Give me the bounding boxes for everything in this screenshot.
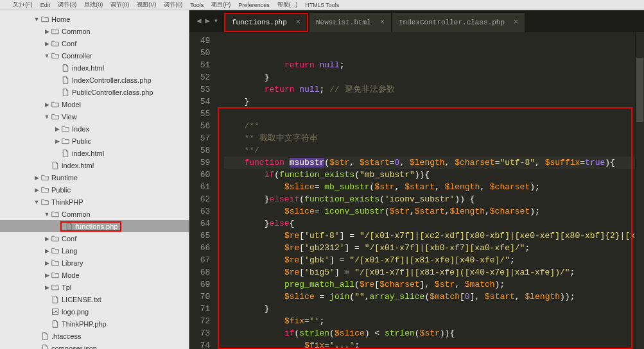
tree-file-functions.php[interactable]: functions.php <box>0 220 189 232</box>
tabbar[interactable]: ◀ ▶ ▾ functions.php×NewsList.html×IndexC… <box>189 10 644 32</box>
tree-folder-Mode[interactable]: ▶Mode <box>0 269 189 281</box>
tree-file-IndexController.class.php[interactable]: IndexController.class.php <box>0 74 189 86</box>
expand-arrow-icon[interactable]: ▶ <box>44 235 50 242</box>
tree-folder-ThinkPHP[interactable]: ▼ThinkPHP <box>0 196 189 208</box>
tree-folder-Public[interactable]: ▶Public <box>0 183 189 196</box>
minimap[interactable] <box>635 32 644 349</box>
close-icon[interactable]: × <box>514 18 518 27</box>
code-line[interactable]: $slice= iconv_substr($str,$start,$length… <box>224 205 635 217</box>
code-line[interactable]: /** <box>224 120 635 132</box>
tab-NewsList.html[interactable]: NewsList.html× <box>309 13 391 32</box>
menu-item[interactable]: Edit <box>40 2 51 8</box>
code-line[interactable]: function msubstr($str, $start=0, $length… <box>224 157 635 169</box>
tree-folder-Model[interactable]: ▶Model <box>0 98 189 110</box>
tree-file-LICENSE.txt[interactable]: LICENSE.txt <box>0 293 189 305</box>
expand-arrow-icon[interactable]: ▶ <box>44 28 50 35</box>
expand-arrow-icon[interactable]: ▶ <box>44 272 50 278</box>
expand-arrow-icon[interactable]: ▶ <box>54 138 60 144</box>
file-icon <box>50 162 60 169</box>
code-line[interactable]: $slice= mb_substr($str, $start, $length,… <box>224 181 635 193</box>
tree-file-ThinkPHP.php[interactable]: ThinkPHP.php <box>0 318 189 330</box>
code-line[interactable]: preg_match_all($re[$charset], $str, $mat… <box>224 278 635 291</box>
tree-folder-Conf[interactable]: ▶Conf <box>0 232 189 244</box>
tree-file-index.html[interactable]: index.html <box>0 147 189 159</box>
expand-arrow-icon[interactable]: ▶ <box>44 101 50 108</box>
menu-item[interactable]: 调节(0) <box>110 1 129 9</box>
tab-IndexController.class.php[interactable]: IndexController.class.php× <box>392 13 525 32</box>
expand-arrow-icon[interactable]: ▼ <box>33 199 40 205</box>
code-line[interactable] <box>224 108 635 120</box>
tree-file-logo.png[interactable]: logo.png <box>0 305 189 318</box>
code-line[interactable]: }elseif(function_exists('iconv_substr'))… <box>224 193 635 205</box>
tree-folder-Conf[interactable]: ▶Conf <box>0 37 189 49</box>
code-line[interactable]: }else{ <box>224 217 635 230</box>
close-icon[interactable]: × <box>296 18 300 27</box>
menu-item[interactable]: 项目(P) <box>211 1 231 9</box>
expand-arrow-icon[interactable]: ▼ <box>44 211 50 217</box>
code-line[interactable]: $re['gbk'] = "/[x01-x7f]|[x81-xfe][x40-x… <box>224 254 635 266</box>
code-area[interactable]: 4950515253545556575859606162636465666768… <box>189 32 644 349</box>
tree-folder-Controller[interactable]: ▼Controller <box>0 49 189 62</box>
code[interactable]: return null; } return null; // 避免非法参数 } … <box>215 32 635 349</box>
tree-file-composer.json[interactable]: composer.json <box>0 342 189 349</box>
tree-folder-Common[interactable]: ▼Common <box>0 208 189 220</box>
code-line[interactable]: if(function_exists("mb_substr")){ <box>224 169 635 181</box>
tree-folder-Index[interactable]: ▶Index <box>0 123 189 135</box>
tree-folder-Runtime[interactable]: ▶Runtime <box>0 171 189 183</box>
expand-arrow-icon[interactable]: ▶ <box>44 284 50 291</box>
code-line[interactable]: } <box>224 303 635 315</box>
menu-item[interactable]: 旦找(0) <box>84 1 103 9</box>
tree-file-.htaccess[interactable]: .htaccess <box>0 330 189 342</box>
code-line[interactable]: } <box>224 96 635 108</box>
expand-arrow-icon[interactable]: ▶ <box>44 40 50 47</box>
expand-arrow-icon[interactable]: ▼ <box>33 16 40 22</box>
code-line[interactable]: **/ <box>224 144 635 157</box>
code-line[interactable]: $slice = join("",array_slice($match[0], … <box>224 291 635 303</box>
menu-item[interactable]: Tools <box>190 2 204 8</box>
expand-arrow-icon[interactable]: ▶ <box>44 248 50 254</box>
menu-item[interactable]: 视图(V) <box>137 1 156 9</box>
tab-functions.php[interactable]: functions.php× <box>224 13 308 32</box>
tab-menu-icon[interactable]: ▾ <box>214 16 218 26</box>
code-line[interactable]: $fix=''; <box>224 315 635 327</box>
tree-folder-Public[interactable]: ▶Public <box>0 135 189 147</box>
code-line[interactable]: ** 截取中文字符串 <box>224 132 635 144</box>
folder-icon <box>40 186 50 194</box>
expand-arrow-icon[interactable]: ▼ <box>44 114 50 120</box>
code-line[interactable]: $re['big5'] = "/[x01-x7f]|[x81-xfe]([x40… <box>224 266 635 278</box>
tab-back-icon[interactable]: ◀ <box>196 16 201 26</box>
code-line[interactable]: return null; <box>224 59 635 71</box>
menubar[interactable]: 又1+(F)Edit调节(3)旦找(0)调节(0)视图(V)调节(0)Tools… <box>0 0 644 10</box>
tree-folder-Tpl[interactable]: ▶Tpl <box>0 281 189 293</box>
code-line[interactable]: } <box>224 71 635 83</box>
menu-item[interactable]: Preferences <box>238 2 270 8</box>
menu-item[interactable]: 又1+(F) <box>13 1 33 9</box>
tree-folder-Home[interactable]: ▼Home <box>0 13 189 25</box>
line-number: 69 <box>189 278 210 291</box>
menu-item[interactable]: 帮助(...) <box>277 1 298 9</box>
tree-file-index.html[interactable]: index.html <box>0 62 189 74</box>
code-line[interactable]: $re['gb2312'] = "/[x01-x7f]|[xb0-xf7][xa… <box>224 242 635 254</box>
code-line[interactable]: $re['utf-8'] = "/[x01-x7f]|[xc2-xdf][x80… <box>224 230 635 242</box>
expand-arrow-icon[interactable]: ▶ <box>44 260 50 266</box>
tab-nav[interactable]: ◀ ▶ ▾ <box>193 16 224 32</box>
tree-folder-Common[interactable]: ▶Common <box>0 25 189 37</box>
tree-file-index.html[interactable]: index.html <box>0 159 189 171</box>
close-icon[interactable]: × <box>380 18 385 27</box>
tree-folder-Lang[interactable]: ▶Lang <box>0 244 189 257</box>
tree-folder-Library[interactable]: ▶Library <box>0 257 189 269</box>
code-line[interactable]: $fix='...'; <box>224 339 635 349</box>
menu-item[interactable]: 调节(0) <box>164 1 182 9</box>
code-line[interactable]: return null; // 避免非法参数 <box>224 83 635 96</box>
tree-file-PublicController.class.php[interactable]: PublicController.class.php <box>0 86 189 98</box>
expand-arrow-icon[interactable]: ▶ <box>33 174 40 181</box>
expand-arrow-icon[interactable]: ▼ <box>44 53 50 59</box>
file-tree[interactable]: ▼Home▶Common▶Conf▼Controllerindex.htmlIn… <box>0 10 189 349</box>
code-line[interactable]: if(strlen($slice) < strlen($str)){ <box>224 327 635 339</box>
tab-fwd-icon[interactable]: ▶ <box>205 16 209 26</box>
expand-arrow-icon[interactable]: ▶ <box>54 126 60 132</box>
menu-item[interactable]: HTML5 Tools <box>305 2 339 8</box>
menu-item[interactable]: 调节(3) <box>58 1 76 9</box>
tree-folder-View[interactable]: ▼View <box>0 110 189 123</box>
expand-arrow-icon[interactable]: ▶ <box>33 187 40 193</box>
